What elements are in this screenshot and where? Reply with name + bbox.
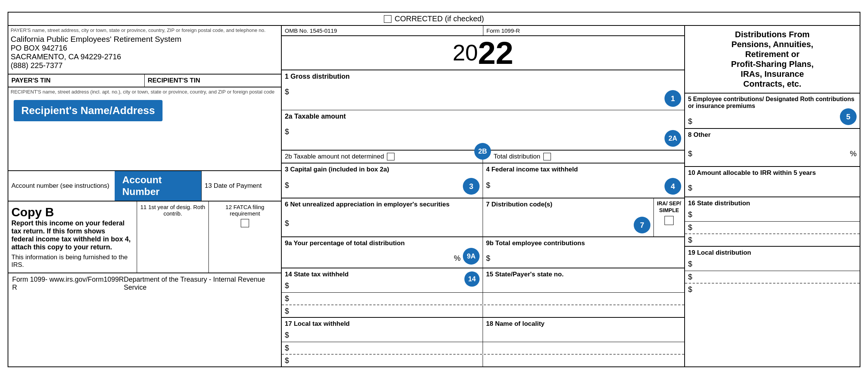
omb-row: OMB No. 1545-0119 Form 1099-R <box>282 26 684 36</box>
local-dollar-2a: $ <box>282 355 483 366</box>
account-number-value: Account Number <box>115 171 201 201</box>
box17-field: 17 Local tax withheld $ <box>282 318 483 342</box>
form-1099r: CORRECTED (if checked) PAYER'S name, str… <box>8 12 860 367</box>
form-footer-left: Form 1099-R www.irs.gov/Form1099R Depart… <box>8 273 281 294</box>
box19-second: $ <box>685 284 860 295</box>
box7-label: 7 Distribution code(s) <box>486 201 552 208</box>
box1-badge: 1 <box>664 90 681 107</box>
dept-label: Department of the Treasury - Internal Re… <box>124 276 277 292</box>
box14-15-row: 14 State tax withheld $ 14 15 State/Paye… <box>282 268 684 293</box>
recipient-info-label: RECIPIENT'S name, street address (incl. … <box>8 87 281 95</box>
box7-badge: 7 <box>634 217 650 233</box>
title-line4: Profit-Sharing Plans, <box>731 59 814 69</box>
box7-ira-section: 7 Distribution code(s) 7 IRA/ SEP/ SIMPL… <box>483 198 684 236</box>
box19-label: 19 Local distribution <box>688 249 751 256</box>
date-of-payment-label: 13 Date of Payment <box>201 171 281 201</box>
box16-second: $ <box>685 234 860 247</box>
box2a-label: 2a Taxable amount <box>285 113 346 120</box>
box16-field: 16 State distribution $ <box>685 197 860 222</box>
box9a-field: 9a Your percentage of total distribution… <box>282 237 483 268</box>
box10-field: 10 Amount allocable to IRR within 5 year… <box>685 167 860 197</box>
local-val-2b <box>483 355 684 366</box>
state-val-2b <box>483 305 684 317</box>
omb-label: OMB No. 1545-0119 <box>285 27 337 34</box>
box6-label: 6 Net unrealized appreciation in employe… <box>285 201 450 208</box>
copy-b-line2: tax return. If this form shows <box>11 227 134 235</box>
box3-field: 3 Capital gain (included in box 2a) $ 3 <box>282 163 483 198</box>
box2b-badge: 2B <box>474 143 491 160</box>
box1-field: 1 Gross distribution $ 1 <box>282 70 684 110</box>
box9-row: 9a Your percentage of total distribution… <box>282 237 684 268</box>
copy-b-irs-note: This information is being furnished to t… <box>11 254 134 269</box>
box7-ira-label: IRA/ SEP/ SIMPLE <box>656 200 682 214</box>
box7-field: 7 Distribution code(s) 7 <box>483 198 654 236</box>
tin-row: PAYER'S TIN RECIPIENT'S TIN <box>8 75 281 87</box>
box17-label: 17 Local tax withheld <box>285 320 350 327</box>
box16-label: 16 State distribution <box>688 200 750 207</box>
local-dollar-1a: $ <box>282 342 483 354</box>
form-1099r-label: Form 1099-R <box>486 27 520 34</box>
box5-dollar: $ <box>688 117 857 126</box>
state-dollar-2a: $ <box>282 305 483 317</box>
year-display: 2022 <box>282 36 684 70</box>
box16d2: $ <box>688 236 692 244</box>
year-prefix: 20 <box>453 41 478 64</box>
box8-percent: % <box>850 149 857 158</box>
mid-column: OMB No. 1545-0119 Form 1099-R 2022 1 Gro… <box>282 26 685 366</box>
box6-field: 6 Net unrealized appreciation in employe… <box>282 198 483 236</box>
box19-dollar: $ <box>688 260 857 268</box>
box15-field: 15 State/Payer's state no. <box>483 268 684 292</box>
title-line2: Pensions, Annuities, <box>731 40 814 49</box>
corrected-row: CORRECTED (if checked) <box>8 13 860 26</box>
dollar1a: $ <box>285 294 289 303</box>
box16d1: $ <box>688 223 692 232</box>
state-second1: $ <box>282 305 684 318</box>
ira-checkbox[interactable] <box>664 216 674 225</box>
box5-label: 5 Employee contributions/ Designated Rot… <box>688 96 854 109</box>
box5-badge: 5 <box>840 108 857 125</box>
payer-address1: PO BOX 942716 <box>11 44 279 52</box>
box1-label: 1 Gross distribution <box>285 73 350 80</box>
payer-tin-label: PAYER'S TIN <box>8 75 145 87</box>
box14-badge: 14 <box>464 271 480 287</box>
box12-label: 12 FATCA filing requirement <box>226 204 264 217</box>
title-line3: Retirement or <box>731 49 814 59</box>
box2b-total-checkbox[interactable] <box>543 153 551 160</box>
box9a-badge: 9A <box>463 248 480 265</box>
fatca-checkbox[interactable] <box>241 219 249 227</box>
form-1099r-sub: Form 1099-R <box>483 26 684 35</box>
payer-address2: SACRAMENTO, CA 94229-2716 <box>11 52 279 61</box>
box2a-dollar: $ <box>285 127 681 136</box>
box10-dollar: $ <box>688 184 857 192</box>
title-section: Distributions From Pensions, Annuities, … <box>685 26 860 94</box>
recipient-name-box: Recipient's Name/Address <box>14 100 163 121</box>
local-dashed1: $ <box>282 342 684 355</box>
state-dashed1: $ <box>282 293 684 305</box>
corrected-checkbox[interactable] <box>384 15 391 23</box>
ldollar2a: $ <box>285 356 289 365</box>
box4-field: 4 Federal income tax withheld $ 4 <box>483 163 684 198</box>
ldollar1a: $ <box>285 344 289 352</box>
state-val-1b <box>483 293 684 304</box>
box18-label: 18 Name of locality <box>486 320 544 327</box>
box2b-right-label: Total distribution <box>494 153 540 160</box>
box34-row: 3 Capital gain (included in box 2a) $ 3 … <box>282 163 684 198</box>
copy-b-text: Copy B Report this income on your federa… <box>8 201 137 273</box>
box16-dashed1: $ <box>685 222 860 234</box>
box14-label: 14 State tax withheld <box>285 271 349 278</box>
title-line1: Distributions From <box>731 30 814 40</box>
copy-b-line3: federal income tax withheld in box 4, at… <box>11 235 134 251</box>
box2b-row: 2b Taxable amount not determined 2B Tota… <box>282 151 684 163</box>
box19-dashed1: $ <box>685 271 860 284</box>
state-section: 14 State tax withheld $ 14 15 State/Paye… <box>282 268 684 366</box>
box1-dollar: $ <box>285 87 681 96</box>
box19d1: $ <box>688 273 692 281</box>
box4-label: 4 Federal income tax withheld <box>486 166 578 173</box>
box3-dollar: $ <box>285 181 480 190</box>
box2b-checkbox[interactable] <box>387 153 395 160</box>
account-number-label: Account number (see instructions) <box>8 171 115 201</box>
box14-dollar: $ <box>285 281 480 290</box>
corrected-label: CORRECTED (if checked) <box>395 14 484 23</box>
box2a-badge: 2A <box>664 130 681 147</box>
left-column: PAYER'S name, street address, city or to… <box>8 26 282 366</box>
